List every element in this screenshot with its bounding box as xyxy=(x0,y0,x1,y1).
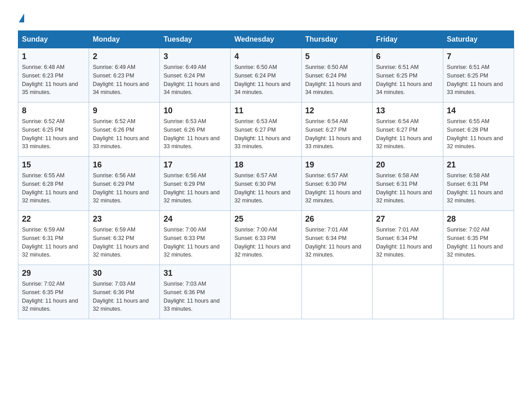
calendar-day-cell: 18Sunrise: 6:57 AMSunset: 6:30 PMDayligh… xyxy=(231,157,301,211)
day-info: Sunrise: 6:57 AMSunset: 6:30 PMDaylight:… xyxy=(305,171,369,205)
day-number: 23 xyxy=(93,214,156,224)
day-number: 18 xyxy=(234,160,297,170)
calendar-day-cell xyxy=(301,265,372,319)
day-number: 4 xyxy=(234,52,297,61)
day-info: Sunrise: 6:51 AMSunset: 6:25 PMDaylight:… xyxy=(376,63,439,97)
calendar-day-cell: 28Sunrise: 7:02 AMSunset: 6:35 PMDayligh… xyxy=(443,211,514,265)
calendar-week-row: 1Sunrise: 6:48 AMSunset: 6:23 PMDaylight… xyxy=(18,48,514,103)
calendar-day-cell: 26Sunrise: 7:01 AMSunset: 6:34 PMDayligh… xyxy=(301,211,372,265)
calendar-day-cell: 30Sunrise: 7:03 AMSunset: 6:36 PMDayligh… xyxy=(89,265,160,319)
calendar-week-row: 15Sunrise: 6:55 AMSunset: 6:28 PMDayligh… xyxy=(18,157,514,211)
day-number: 27 xyxy=(376,214,439,224)
day-number: 11 xyxy=(234,106,297,116)
calendar-day-cell: 4Sunrise: 6:50 AMSunset: 6:24 PMDaylight… xyxy=(231,48,301,103)
day-info: Sunrise: 6:52 AMSunset: 6:25 PMDaylight:… xyxy=(22,117,85,151)
calendar-day-cell: 16Sunrise: 6:56 AMSunset: 6:29 PMDayligh… xyxy=(89,157,160,211)
day-number: 10 xyxy=(163,106,227,116)
day-info: Sunrise: 7:00 AMSunset: 6:33 PMDaylight:… xyxy=(163,226,227,259)
day-info: Sunrise: 6:50 AMSunset: 6:24 PMDaylight:… xyxy=(305,63,369,97)
day-info: Sunrise: 7:03 AMSunset: 6:36 PMDaylight:… xyxy=(163,280,227,313)
day-info: Sunrise: 6:50 AMSunset: 6:24 PMDaylight:… xyxy=(234,63,297,97)
calendar-day-cell: 15Sunrise: 6:55 AMSunset: 6:28 PMDayligh… xyxy=(18,157,89,211)
day-number: 2 xyxy=(93,52,156,61)
day-number: 7 xyxy=(447,52,510,61)
day-info: Sunrise: 7:02 AMSunset: 6:35 PMDaylight:… xyxy=(447,226,510,259)
logo xyxy=(18,13,24,21)
calendar-day-cell: 7Sunrise: 6:51 AMSunset: 6:25 PMDaylight… xyxy=(443,48,514,103)
day-info: Sunrise: 6:59 AMSunset: 6:32 PMDaylight:… xyxy=(93,226,156,259)
day-info: Sunrise: 6:52 AMSunset: 6:26 PMDaylight:… xyxy=(93,117,156,151)
day-number: 12 xyxy=(305,106,369,116)
calendar-week-row: 8Sunrise: 6:52 AMSunset: 6:25 PMDaylight… xyxy=(18,103,514,157)
calendar-day-cell: 27Sunrise: 7:01 AMSunset: 6:34 PMDayligh… xyxy=(372,211,443,265)
day-info: Sunrise: 6:48 AMSunset: 6:23 PMDaylight:… xyxy=(22,63,85,97)
calendar-day-cell: 29Sunrise: 7:02 AMSunset: 6:35 PMDayligh… xyxy=(18,265,89,319)
day-info: Sunrise: 6:59 AMSunset: 6:31 PMDaylight:… xyxy=(22,226,85,259)
day-number: 15 xyxy=(22,160,85,170)
calendar-day-cell: 6Sunrise: 6:51 AMSunset: 6:25 PMDaylight… xyxy=(372,48,443,103)
calendar-day-cell xyxy=(372,265,443,319)
day-info: Sunrise: 7:01 AMSunset: 6:34 PMDaylight:… xyxy=(376,226,439,259)
calendar-day-cell xyxy=(443,265,514,319)
weekday-header-cell: Wednesday xyxy=(231,31,301,48)
weekday-header-cell: Friday xyxy=(372,31,443,48)
day-number: 22 xyxy=(22,214,85,224)
page-header xyxy=(18,13,514,21)
calendar-day-cell: 12Sunrise: 6:54 AMSunset: 6:27 PMDayligh… xyxy=(301,103,372,157)
day-number: 24 xyxy=(163,214,227,224)
calendar-day-cell: 3Sunrise: 6:49 AMSunset: 6:24 PMDaylight… xyxy=(160,48,231,103)
calendar-day-cell: 2Sunrise: 6:49 AMSunset: 6:23 PMDaylight… xyxy=(89,48,160,103)
weekday-header-cell: Monday xyxy=(89,31,160,48)
calendar-table: SundayMondayTuesdayWednesdayThursdayFrid… xyxy=(18,30,514,319)
day-number: 16 xyxy=(93,160,156,170)
day-info: Sunrise: 6:57 AMSunset: 6:30 PMDaylight:… xyxy=(234,171,297,205)
day-info: Sunrise: 6:49 AMSunset: 6:23 PMDaylight:… xyxy=(93,63,156,97)
calendar-day-cell: 22Sunrise: 6:59 AMSunset: 6:31 PMDayligh… xyxy=(18,211,89,265)
day-number: 5 xyxy=(305,52,369,61)
calendar-day-cell: 24Sunrise: 7:00 AMSunset: 6:33 PMDayligh… xyxy=(160,211,231,265)
calendar-body: 1Sunrise: 6:48 AMSunset: 6:23 PMDaylight… xyxy=(18,48,514,319)
calendar-day-cell: 5Sunrise: 6:50 AMSunset: 6:24 PMDaylight… xyxy=(301,48,372,103)
day-number: 20 xyxy=(376,160,439,170)
day-info: Sunrise: 6:58 AMSunset: 6:31 PMDaylight:… xyxy=(447,171,510,205)
calendar-day-cell: 11Sunrise: 6:53 AMSunset: 6:27 PMDayligh… xyxy=(231,103,301,157)
calendar-day-cell xyxy=(231,265,301,319)
calendar-week-row: 22Sunrise: 6:59 AMSunset: 6:31 PMDayligh… xyxy=(18,211,514,265)
calendar-week-row: 29Sunrise: 7:02 AMSunset: 6:35 PMDayligh… xyxy=(18,265,514,319)
day-number: 30 xyxy=(93,269,156,278)
calendar-day-cell: 1Sunrise: 6:48 AMSunset: 6:23 PMDaylight… xyxy=(18,48,89,103)
day-info: Sunrise: 6:55 AMSunset: 6:28 PMDaylight:… xyxy=(447,117,510,151)
day-info: Sunrise: 7:03 AMSunset: 6:36 PMDaylight:… xyxy=(93,280,156,313)
calendar-day-cell: 31Sunrise: 7:03 AMSunset: 6:36 PMDayligh… xyxy=(160,265,231,319)
calendar-day-cell: 19Sunrise: 6:57 AMSunset: 6:30 PMDayligh… xyxy=(301,157,372,211)
logo-triangle-icon xyxy=(19,13,24,22)
calendar-day-cell: 25Sunrise: 7:00 AMSunset: 6:33 PMDayligh… xyxy=(231,211,301,265)
weekday-header-cell: Tuesday xyxy=(160,31,231,48)
day-number: 19 xyxy=(305,160,369,170)
day-number: 6 xyxy=(376,52,439,61)
calendar-day-cell: 8Sunrise: 6:52 AMSunset: 6:25 PMDaylight… xyxy=(18,103,89,157)
calendar-day-cell: 13Sunrise: 6:54 AMSunset: 6:27 PMDayligh… xyxy=(372,103,443,157)
calendar-day-cell: 20Sunrise: 6:58 AMSunset: 6:31 PMDayligh… xyxy=(372,157,443,211)
calendar-day-cell: 10Sunrise: 6:53 AMSunset: 6:26 PMDayligh… xyxy=(160,103,231,157)
calendar-day-cell: 17Sunrise: 6:56 AMSunset: 6:29 PMDayligh… xyxy=(160,157,231,211)
weekday-header-cell: Sunday xyxy=(18,31,89,48)
weekday-header-cell: Saturday xyxy=(443,31,514,48)
day-info: Sunrise: 7:01 AMSunset: 6:34 PMDaylight:… xyxy=(305,226,369,259)
calendar-day-cell: 21Sunrise: 6:58 AMSunset: 6:31 PMDayligh… xyxy=(443,157,514,211)
day-number: 3 xyxy=(163,52,227,61)
day-number: 29 xyxy=(22,269,85,278)
weekday-header-cell: Thursday xyxy=(301,31,372,48)
day-number: 1 xyxy=(22,52,85,61)
day-info: Sunrise: 6:53 AMSunset: 6:27 PMDaylight:… xyxy=(234,117,297,151)
day-number: 14 xyxy=(447,106,510,116)
day-number: 13 xyxy=(376,106,439,116)
calendar-day-cell: 23Sunrise: 6:59 AMSunset: 6:32 PMDayligh… xyxy=(89,211,160,265)
day-number: 28 xyxy=(447,214,510,224)
day-number: 9 xyxy=(93,106,156,116)
day-number: 31 xyxy=(163,269,227,278)
day-info: Sunrise: 6:54 AMSunset: 6:27 PMDaylight:… xyxy=(376,117,439,151)
calendar-day-cell: 9Sunrise: 6:52 AMSunset: 6:26 PMDaylight… xyxy=(89,103,160,157)
day-info: Sunrise: 6:55 AMSunset: 6:28 PMDaylight:… xyxy=(22,171,85,205)
day-number: 26 xyxy=(305,214,369,224)
